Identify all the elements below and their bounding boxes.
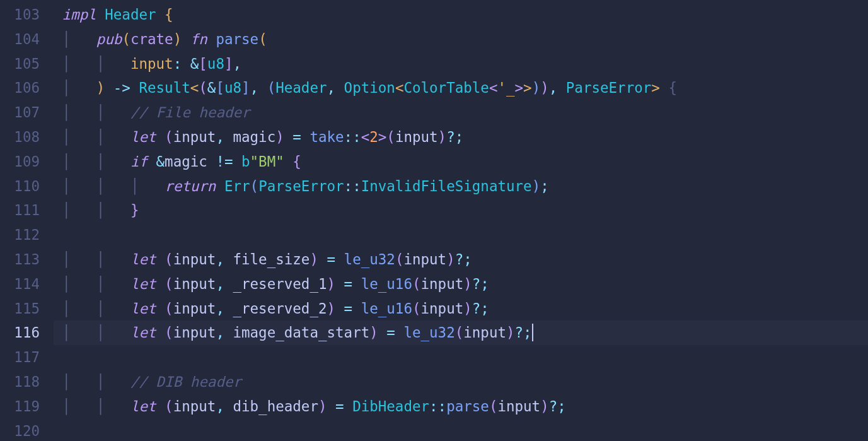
code-line[interactable]: │ │ let (input, magic) = take::<2>(input… [54, 125, 868, 150]
line-number: 118 [0, 370, 40, 394]
variant-invalidfilesig: InvalidFileSignature [361, 178, 532, 194]
keyword-return: return [165, 178, 216, 194]
code-line[interactable]: │ │ // DIB header [54, 370, 868, 394]
keyword-let: let [130, 300, 156, 317]
type-u8: u8 [207, 56, 224, 72]
var-reserved-1: _reserved_1 [233, 276, 327, 292]
paren-open: ( [122, 31, 130, 47]
code-line[interactable]: │ │ // File header [54, 100, 868, 125]
arrow: -> [113, 79, 130, 96]
angle-close: > [651, 79, 660, 96]
semicolon: ; [557, 398, 566, 415]
var-input: input [173, 398, 216, 415]
equals: = [344, 300, 353, 317]
equals: = [344, 276, 353, 292]
byte-prefix: b [241, 153, 250, 170]
indent-guide: │ [96, 56, 105, 72]
code-editor[interactable]: 103 104 105 106 107 108 109 110 111 112 … [0, 0, 868, 441]
indent-guide: │ [62, 129, 71, 145]
indent-guide: │ [62, 153, 71, 170]
brace-close: } [130, 202, 139, 218]
code-line[interactable]: │ pub(crate) fn parse( [54, 27, 868, 52]
line-number: 109 [0, 150, 40, 174]
var-image-data-start: image_data_start [233, 324, 369, 341]
var-input: input [173, 251, 216, 268]
indent-guide: │ [62, 373, 71, 390]
colon: : [173, 56, 182, 72]
code-line[interactable]: │ │ let (input, file_size) = le_u32(inpu… [54, 247, 868, 272]
line-number: 115 [0, 297, 40, 321]
indent-guide: │ [96, 129, 105, 145]
text-cursor [532, 324, 533, 341]
type-colortable: ColorTable [403, 79, 489, 96]
path-sep: :: [344, 178, 361, 194]
code-line[interactable]: │ │ let (input, _reserved_2) = le_u16(in… [54, 297, 868, 321]
indent-guide: │ [96, 178, 105, 194]
paren-close: ) [275, 129, 284, 145]
neq: != [216, 153, 233, 170]
paren-close: ) [463, 300, 472, 317]
comma: , [216, 276, 224, 292]
lifetime-wildcard: '_ [497, 79, 514, 96]
fn-le-u32: le_u32 [344, 251, 395, 268]
code-line[interactable]: │ │ if &magic != b"BM" { [54, 150, 868, 174]
line-number: 107 [0, 100, 40, 125]
comment-file-header: // File header [130, 104, 250, 121]
code-line[interactable]: │ │ let (input, dib_header) = DibHeader:… [54, 394, 868, 419]
paren-open: ( [267, 79, 276, 96]
semicolon: ; [463, 251, 472, 268]
code-line[interactable]: │ │ let (input, _reserved_1) = le_u16(in… [54, 272, 868, 297]
code-content[interactable]: impl Header { │ pub(crate) fn parse( │ │… [54, 0, 868, 441]
indent-guide: │ [96, 202, 105, 218]
line-number: 114 [0, 272, 40, 297]
line-number: 110 [0, 174, 40, 199]
paren-close: ) [532, 178, 541, 194]
paren-open: ( [395, 251, 404, 268]
line-number: 104 [0, 27, 40, 52]
semicolon: ; [480, 300, 489, 317]
paren-close: ) [327, 276, 336, 292]
type-result: Result [139, 79, 190, 96]
bracket-close: ] [224, 56, 233, 72]
code-line[interactable]: │ │ input: &[u8], [54, 52, 868, 76]
paren-close: ) [463, 276, 472, 292]
arg-input: input [403, 251, 446, 268]
indent-guide: │ [130, 178, 139, 194]
paren-open: ( [412, 276, 421, 292]
angle-open: < [395, 79, 404, 96]
type-option: Option [344, 79, 395, 96]
indent-guide: │ [96, 104, 105, 121]
line-number: 108 [0, 125, 40, 150]
code-line[interactable]: │ │ │ return Err(ParseError::InvalidFile… [54, 174, 868, 199]
code-line[interactable]: │ │ } [54, 198, 868, 223]
code-line[interactable] [54, 345, 868, 370]
equals: = [386, 324, 395, 341]
code-line[interactable] [54, 419, 868, 441]
type-header: Header [275, 79, 327, 96]
indent-guide: │ [96, 324, 105, 341]
paren-open: ( [412, 300, 421, 317]
question-mark: ? [446, 129, 455, 145]
paren-open: ( [165, 324, 173, 341]
code-line-current[interactable]: │ │ let (input, image_data_start) = le_u… [54, 320, 868, 345]
type-parseerror: ParseError [566, 79, 651, 96]
fn-take: take [310, 129, 344, 145]
equals: = [292, 129, 301, 145]
line-number: 119 [0, 394, 40, 419]
indent-guide: │ [96, 300, 105, 317]
comma: , [233, 56, 241, 72]
code-line[interactable]: │ ) -> Result<(&[u8], (Header, Option<Co… [54, 76, 868, 100]
angle-close: > [515, 79, 524, 96]
keyword-if: if [130, 153, 148, 170]
fn-parse: parse [446, 398, 489, 415]
enum-err: Err [224, 178, 250, 194]
indent-guide: │ [62, 202, 71, 218]
code-line[interactable] [54, 223, 868, 247]
indent-guide: │ [62, 56, 71, 72]
comma: , [216, 398, 224, 415]
param-input: input [130, 56, 173, 72]
equals: = [335, 398, 344, 415]
line-number: 112 [0, 223, 40, 247]
code-line[interactable]: impl Header { [54, 3, 868, 27]
indent-guide: │ [62, 276, 71, 292]
